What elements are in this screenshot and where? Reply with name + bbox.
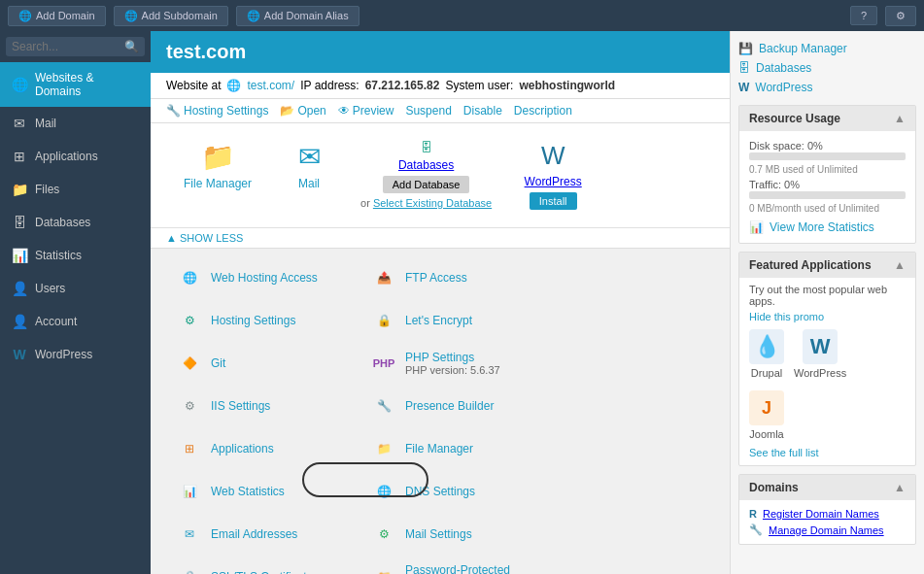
add-subdomain-button[interactable]: 🌐 Add Subdomain (114, 6, 228, 26)
email-addresses-link[interactable]: Email Addresses (211, 527, 297, 541)
tool-ftp-access[interactable]: 📤 FTP Access (360, 256, 555, 299)
view-more-statistics-link[interactable]: 📊 View More Statistics (749, 218, 906, 237)
mail-settings-link[interactable]: Mail Settings (405, 527, 472, 541)
manage-domain-link[interactable]: 🔧 Manage Domain Names (749, 522, 906, 538)
featured-apps-header: Featured Applications ▲ (739, 253, 915, 278)
domains-chevron[interactable]: ▲ (894, 481, 906, 494)
password-protected-link[interactable]: Password-Protected Directories (405, 563, 545, 574)
description-link[interactable]: Description (514, 104, 572, 118)
databases-tool-link[interactable]: Databases (398, 158, 454, 172)
tool-applications[interactable]: ⊞ Applications (166, 427, 360, 470)
tool-git[interactable]: 🔶 Git (166, 342, 360, 385)
tool-web-statistics[interactable]: 📊 Web Statistics (166, 470, 360, 513)
php-settings-link[interactable]: PHP Settings (405, 351, 474, 364)
featured-app-wordpress[interactable]: W WordPress (794, 329, 846, 379)
php-settings-info: PHP Settings PHP version: 5.6.37 (405, 351, 500, 376)
web-statistics-link[interactable]: Web Statistics (211, 485, 285, 498)
sidebar-item-account[interactable]: 👤 Account (0, 305, 151, 338)
sidebar-item-websites-domains[interactable]: 🌐 Websites & Domains (0, 62, 151, 107)
settings-button[interactable]: ⚙ (885, 6, 916, 26)
sidebar-item-applications[interactable]: ⊞ Applications (0, 140, 151, 173)
hide-promo-link[interactable]: Hide this promo (749, 311, 824, 322)
search-input[interactable] (12, 40, 124, 53)
databases-tool[interactable]: 🗄 Databases Add Database or Select Exist… (349, 131, 503, 219)
sidebar-item-mail[interactable]: ✉ Mail (0, 107, 151, 140)
tool-mail-settings[interactable]: ⚙ Mail Settings (360, 513, 555, 556)
ftp-access-icon: 📤 (370, 264, 397, 291)
tool-dns-settings[interactable]: 🌐 DNS Settings (360, 470, 555, 513)
add-database-button[interactable]: Add Database (383, 176, 470, 193)
iis-settings-link[interactable]: IIS Settings (211, 399, 270, 413)
domain-name: test.com (166, 41, 246, 62)
git-link[interactable]: Git (211, 356, 225, 370)
disable-link[interactable]: Disable (463, 104, 502, 118)
ssl-tls-link[interactable]: SSL/TLS Certificates (211, 570, 319, 574)
tool-php-settings[interactable]: PHP PHP Settings PHP version: 5.6.37 (360, 342, 555, 385)
website-label: Website at (166, 79, 221, 92)
file-manager-tool[interactable]: 📁 File Manager (166, 131, 269, 200)
sidebar-item-users[interactable]: 👤 Users (0, 272, 151, 305)
tool-lets-encrypt[interactable]: 🔒 Let's Encrypt (360, 299, 555, 342)
help-button[interactable]: ? (850, 6, 877, 25)
domain-header: test.com (151, 31, 730, 73)
suspend-link[interactable]: Suspend (405, 104, 451, 118)
website-favicon: 🌐 (226, 79, 241, 92)
domain-actions: 🔧 Hosting Settings 📂 Open 👁 Preview Susp… (151, 99, 730, 123)
add-domain-button[interactable]: 🌐 Add Domain (8, 6, 106, 26)
web-hosting-access-link[interactable]: Web Hosting Access (211, 271, 318, 285)
sidebar-item-statistics[interactable]: 📊 Statistics (0, 239, 151, 272)
open-link[interactable]: 📂 Open (280, 104, 325, 118)
joomla-app-label: Joomla (749, 428, 783, 440)
mail-tool[interactable]: ✉ Mail (270, 131, 348, 200)
add-domain-alias-icon: 🌐 (247, 10, 260, 22)
register-domain-link[interactable]: R Register Domain Names (749, 506, 906, 522)
lets-encrypt-link[interactable]: Let's Encrypt (405, 314, 472, 327)
wordpress-rp-link[interactable]: W WordPress (738, 78, 916, 97)
select-existing-link[interactable]: Select Existing Database (373, 197, 492, 209)
featured-apps-chevron[interactable]: ▲ (894, 258, 906, 272)
register-icon: R (749, 508, 757, 520)
sidebar-item-files[interactable]: 📁 Files (0, 173, 151, 206)
applications-link[interactable]: Applications (211, 442, 274, 456)
tool-iis-settings[interactable]: ⚙ IIS Settings (166, 385, 360, 427)
ftp-access-link[interactable]: FTP Access (405, 271, 467, 285)
backup-manager-link[interactable]: 💾 Backup Manager (738, 39, 916, 58)
resource-usage-body: Disk space: 0% 0.7 MB used of Unlimited … (739, 131, 915, 243)
databases-icon: 🗄 (12, 215, 27, 230)
add-subdomain-icon: 🌐 (124, 10, 138, 22)
dns-settings-link[interactable]: DNS Settings (405, 485, 475, 498)
resource-usage-chevron[interactable]: ▲ (894, 112, 906, 125)
hosting-settings-tool-link[interactable]: Hosting Settings (211, 314, 295, 327)
wordpress-tool-link[interactable]: WordPress (525, 175, 582, 188)
wordpress-app-icon: W (803, 329, 838, 364)
sidebar-item-wordpress[interactable]: W WordPress (0, 338, 151, 371)
mail-tool-link[interactable]: Mail (298, 177, 320, 190)
search-box[interactable]: 🔍 (6, 37, 145, 56)
tool-file-manager-grid[interactable]: 📁 File Manager (360, 427, 555, 470)
tool-password-protected[interactable]: 📁 Password-Protected Directories (360, 556, 555, 574)
featured-app-joomla[interactable]: J Joomla (749, 390, 784, 440)
file-manager-icon: 📁 (201, 141, 235, 173)
tool-presence-builder[interactable]: 🔧 Presence Builder (360, 385, 555, 427)
add-domain-alias-button[interactable]: 🌐 Add Domain Alias (236, 6, 359, 26)
file-manager-link[interactable]: File Manager (184, 177, 252, 190)
featured-app-drupal[interactable]: 💧 Drupal (749, 329, 784, 379)
show-less-link[interactable]: ▲ SHOW LESS (166, 232, 243, 244)
website-link[interactable]: test.com/ (247, 79, 294, 92)
wordpress-install-button[interactable]: Install (530, 192, 577, 210)
tool-email-addresses[interactable]: ✉ Email Addresses (166, 513, 360, 556)
file-manager-grid-link[interactable]: File Manager (405, 442, 473, 456)
presence-builder-link[interactable]: Presence Builder (405, 399, 494, 413)
databases-rp-link[interactable]: 🗄 Databases (738, 58, 916, 78)
tool-hosting-settings[interactable]: ⚙ Hosting Settings (166, 299, 360, 342)
see-full-list-link[interactable]: See the full list (749, 447, 819, 458)
tool-ssl-tls[interactable]: 🔒 SSL/TLS Certificates (166, 556, 360, 574)
wordpress-tool[interactable]: W WordPress Install (504, 131, 601, 219)
ssl-tls-icon: 🔒 (176, 563, 203, 574)
tool-web-hosting-access[interactable]: 🌐 Web Hosting Access (166, 256, 360, 299)
sidebar-item-databases[interactable]: 🗄 Databases (0, 206, 151, 239)
hosting-settings-link[interactable]: 🔧 Hosting Settings (166, 104, 268, 118)
preview-link[interactable]: 👁 Preview (338, 104, 394, 118)
presence-builder-icon: 🔧 (370, 392, 397, 420)
email-addresses-icon: ✉ (176, 521, 203, 548)
